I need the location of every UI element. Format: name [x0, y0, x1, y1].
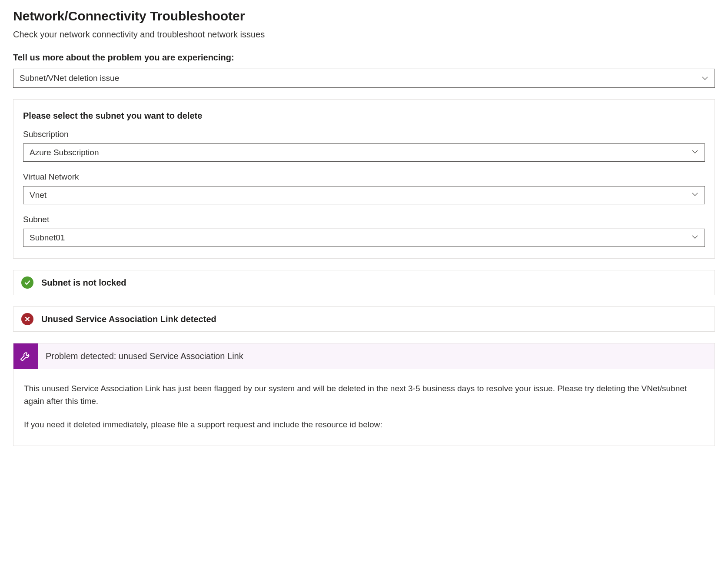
detection-paragraph-1: This unused Service Association Link has…	[24, 382, 704, 408]
detection-header: Problem detected: unused Service Associa…	[13, 343, 715, 369]
sal-check-text: Unused Service Association Link detected	[41, 314, 216, 324]
subnet-label: Subnet	[23, 215, 705, 224]
subnet-dropdown[interactable]: Subnet01	[23, 229, 705, 247]
subnet-value: Subnet01	[30, 233, 65, 243]
chevron-down-icon	[691, 233, 698, 243]
vnet-dropdown[interactable]: Vnet	[23, 186, 705, 204]
subnet-selection-panel: Please select the subnet you want to del…	[13, 99, 715, 259]
page-subtitle: Check your network connectivity and trou…	[13, 30, 715, 40]
subscription-value: Azure Subscription	[30, 148, 99, 157]
vnet-field: Virtual Network Vnet	[23, 172, 705, 204]
wrench-icon	[13, 343, 38, 369]
lock-check-row: Subnet is not locked	[13, 270, 715, 295]
success-check-icon	[21, 276, 33, 289]
detection-body: This unused Service Association Link has…	[13, 369, 715, 446]
problem-prompt-label: Tell us more about the problem you are e…	[13, 53, 715, 63]
chevron-down-icon	[691, 190, 698, 200]
lock-check-text: Subnet is not locked	[41, 278, 126, 288]
subnet-field: Subnet Subnet01	[23, 215, 705, 247]
subscription-field: Subscription Azure Subscription	[23, 130, 705, 162]
vnet-label: Virtual Network	[23, 172, 705, 182]
subnet-panel-title: Please select the subnet you want to del…	[23, 111, 705, 121]
sal-check-row: Unused Service Association Link detected	[13, 306, 715, 332]
problem-type-dropdown[interactable]: Subnet/VNet deletion issue	[13, 69, 715, 88]
problem-type-value: Subnet/VNet deletion issue	[20, 73, 119, 83]
error-x-icon	[21, 313, 33, 325]
subscription-dropdown[interactable]: Azure Subscription	[23, 143, 705, 162]
chevron-down-icon	[691, 148, 698, 157]
subscription-label: Subscription	[23, 130, 705, 139]
chevron-down-icon	[701, 75, 708, 82]
detection-title: Problem detected: unused Service Associa…	[38, 343, 715, 369]
problem-detection-block: Problem detected: unused Service Associa…	[13, 343, 715, 446]
detection-paragraph-2: If you need it deleted immediately, plea…	[24, 418, 704, 431]
page-title: Network/Connectivity Troubleshooter	[13, 9, 715, 23]
vnet-value: Vnet	[30, 190, 47, 200]
